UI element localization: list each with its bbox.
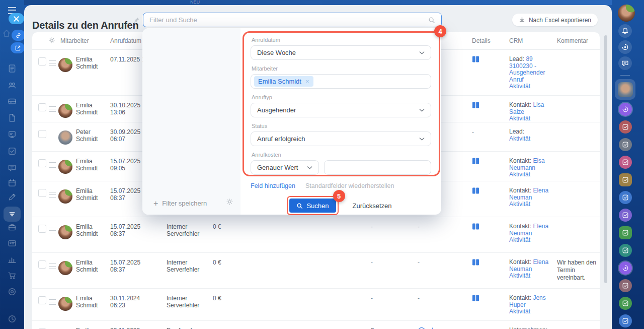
row-checkbox[interactable] (38, 225, 46, 233)
row-checkbox[interactable] (38, 130, 46, 138)
details-cell[interactable] (472, 295, 502, 303)
task-chat-icon[interactable] (619, 314, 632, 327)
pin-icon[interactable] (133, 17, 140, 26)
employee-name[interactable]: Emilia Schmidt (76, 295, 107, 309)
sidebar-item-contact-card[interactable] (8, 239, 17, 248)
sidebar-item-chat[interactable] (8, 163, 17, 172)
sidebar-item-community[interactable] (8, 81, 17, 90)
employee-name[interactable]: Emilia Schmidt (76, 223, 107, 237)
column-header-kommentar[interactable]: Kommentar (557, 37, 588, 44)
task-chat-icon[interactable] (619, 173, 632, 186)
row-checkbox[interactable] (38, 296, 46, 304)
column-header-crm[interactable]: CRM (509, 37, 523, 44)
employee-name[interactable]: Emilia Schmidt (76, 187, 107, 202)
save-filter-button[interactable]: + Filter speichern (153, 200, 207, 207)
column-header-details[interactable]: Details (472, 37, 491, 44)
sidebar-item-statistics[interactable] (8, 255, 17, 264)
sidebar-item-presentation[interactable] (8, 130, 17, 139)
employee-name[interactable]: Emilia Schmidt (76, 327, 107, 329)
search-submit-button[interactable]: Suchen (289, 199, 336, 213)
home-icon[interactable] (2, 29, 11, 38)
drag-handle-icon[interactable] (49, 228, 56, 233)
sidebar-item-shop[interactable] (8, 271, 17, 280)
details-cell[interactable] (472, 102, 502, 110)
crm-activity-link[interactable]: Aktivität (509, 136, 551, 143)
drag-handle-icon[interactable] (49, 60, 56, 66)
table-settings-gear-icon[interactable] (48, 37, 55, 46)
copilot-icon[interactable] (618, 40, 632, 54)
employee-name[interactable]: Emilia Schmidt (76, 259, 107, 273)
telephony-filter-icon[interactable] (4, 207, 21, 222)
crm-activity-link[interactable]: Aktivität (509, 237, 551, 244)
active-chat-avatar[interactable] (615, 79, 635, 100)
crm-activity-link[interactable]: Aktivität (509, 171, 551, 178)
details-cell[interactable] (472, 158, 502, 166)
task-chat-icon[interactable] (619, 138, 632, 151)
task-chat-icon[interactable] (619, 244, 632, 257)
anrufkosten-value-input[interactable] (324, 160, 431, 175)
sidebar-item-clock[interactable] (8, 314, 17, 323)
row-checkbox[interactable] (38, 260, 46, 269)
sidebar-item-target[interactable] (8, 287, 17, 296)
task-chat-icon[interactable] (619, 120, 632, 134)
task-chat-icon[interactable] (619, 226, 632, 239)
row-checkbox[interactable] (38, 103, 46, 111)
restore-defaults-link[interactable]: Standardfelder wiederherstellen (305, 182, 394, 189)
crm-activity-link[interactable]: Aktivität (509, 201, 551, 208)
add-field-link[interactable]: Feld hinzufügen (251, 182, 295, 189)
task-chat-icon[interactable] (619, 297, 632, 310)
crm-activity-link[interactable]: Aktivität (509, 308, 551, 315)
copy-link-button[interactable] (12, 30, 25, 41)
reset-button[interactable]: Zurücksetzen (350, 202, 395, 210)
row-checkbox[interactable] (38, 57, 46, 65)
open-new-window-button[interactable] (11, 42, 25, 53)
sidebar-item-calendar[interactable] (8, 178, 17, 187)
drag-handle-icon[interactable] (49, 192, 56, 198)
drag-handle-icon[interactable] (49, 299, 56, 305)
sidebar-item-file[interactable] (8, 113, 17, 122)
employee-name[interactable]: Emilia Schmidt (76, 56, 107, 70)
close-button[interactable] (9, 13, 24, 24)
task-chat-icon[interactable] (619, 191, 632, 204)
column-header-anrufdatum[interactable]: Anrufdatum (110, 37, 141, 44)
crm-activity-link[interactable]: Aktivität (509, 273, 551, 280)
task-chat-icon[interactable] (619, 156, 632, 169)
sidebar-item-documents[interactable] (8, 64, 17, 73)
employee-name[interactable]: Peter Schmidt (76, 128, 107, 143)
status-select[interactable]: Anruf erfolgreich (251, 131, 431, 146)
copilot-chat-icon[interactable] (619, 261, 632, 275)
anrufkosten-mode-select[interactable]: Genauer Wert (251, 160, 319, 175)
sidebar-item-briefcase[interactable] (8, 223, 17, 232)
task-chat-icon[interactable] (619, 209, 632, 222)
drag-handle-icon[interactable] (49, 106, 56, 112)
sidebar-item-tasks[interactable] (8, 147, 17, 156)
details-cell[interactable] (472, 56, 502, 64)
call-recording-cell[interactable] (418, 327, 463, 329)
employee-name[interactable]: Emilia Schmidt (76, 158, 107, 172)
profile-avatar[interactable] (618, 5, 635, 22)
row-checkbox[interactable] (38, 189, 46, 197)
remove-tag-icon[interactable]: × (305, 78, 309, 85)
column-header-mitarbeiter[interactable]: Mitarbeiter (60, 37, 89, 44)
sidebar-item-storage[interactable] (8, 97, 17, 106)
crm-activity-link[interactable]: Aktivität (509, 115, 551, 122)
sidebar-item-edit[interactable] (8, 192, 17, 202)
employee-name[interactable]: Emilia Schmidt (76, 102, 107, 116)
filter-settings-gear-icon[interactable] (226, 198, 233, 208)
drag-handle-icon[interactable] (49, 264, 56, 269)
search-bar[interactable]: Filter und Suche (143, 13, 442, 27)
task-chat-icon[interactable] (619, 279, 632, 292)
details-cell[interactable] (472, 187, 502, 195)
scrollbar[interactable] (604, 35, 607, 283)
details-cell[interactable] (472, 259, 502, 267)
crm-activity-link[interactable]: Aktivität (509, 83, 551, 90)
anruftyp-select[interactable]: Ausgehender (251, 103, 431, 117)
copilot-chat-icon[interactable] (619, 103, 632, 116)
employee-tag[interactable]: Emilia Schmidt × (254, 76, 313, 87)
drag-handle-icon[interactable] (49, 162, 56, 168)
details-cell[interactable] (472, 223, 502, 231)
messenger-icon[interactable] (618, 56, 632, 70)
notifications-bell-icon[interactable] (618, 24, 632, 38)
anrufdatum-select[interactable]: Diese Woche (251, 45, 431, 60)
mitarbeiter-field[interactable]: Emilia Schmidt × (251, 74, 431, 89)
